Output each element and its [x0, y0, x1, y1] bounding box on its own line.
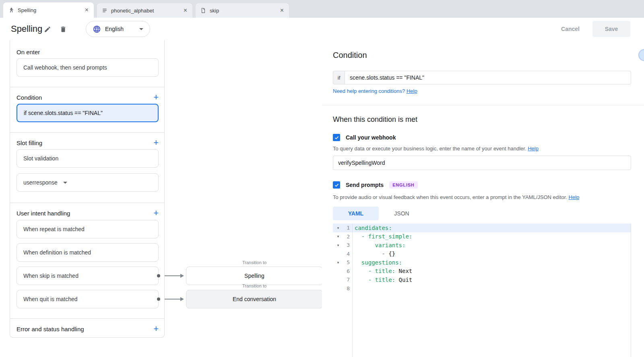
- webhook-name-input[interactable]: [333, 156, 631, 170]
- language-selector[interactable]: English: [86, 21, 150, 37]
- edit-button[interactable]: [43, 25, 52, 33]
- line-number: 1: [343, 225, 352, 231]
- code-text: - {}: [352, 250, 395, 257]
- checkbox-checked-icon[interactable]: [333, 181, 340, 189]
- prompts-checkbox-row: Send prompts ENGLISH: [333, 181, 418, 189]
- browser-tab-spelling[interactable]: Spelling ×: [3, 2, 94, 18]
- panel-divider: [322, 105, 644, 105]
- webhook-description-text: To query data or execute your business l…: [333, 146, 526, 152]
- condition-help-line: Need help entering conditions? Help: [333, 88, 417, 94]
- condition-detail-panel: Condition if Need help entering conditio…: [322, 40, 644, 357]
- section-title: On enter: [17, 49, 40, 55]
- person-icon: [8, 7, 14, 13]
- code-line[interactable]: ▾1candidates:: [333, 224, 631, 232]
- slot-userresponse-item[interactable]: userresponse: [17, 173, 159, 192]
- code-line[interactable]: ▾5 suggestions:: [333, 258, 631, 267]
- on-enter-handler[interactable]: Call webhook, then send prompts: [17, 58, 159, 77]
- intent-quit-item[interactable]: When quit is matched: [17, 290, 159, 308]
- section-divider: [10, 318, 164, 319]
- connector-dot: [157, 298, 160, 301]
- when-condition-met-title: When this condition is met: [333, 115, 417, 124]
- intent-skip-item[interactable]: When skip is matched: [17, 267, 159, 285]
- list-icon: [102, 8, 107, 13]
- prompts-description: To provide audio or visual feedback when…: [333, 194, 579, 200]
- add-intent-button[interactable]: +: [153, 209, 159, 217]
- intent-label: When quit is matched: [23, 296, 78, 302]
- condition-expression-input[interactable]: [345, 71, 631, 84]
- code-line[interactable]: 7 - title: Quit: [333, 275, 631, 284]
- delete-button[interactable]: [59, 25, 67, 33]
- condition-item-selected[interactable]: if scene.slots.status == "FINAL": [17, 104, 159, 122]
- section-user-intent: User intent handling +: [17, 209, 159, 217]
- tab-yaml[interactable]: YAML: [333, 207, 379, 220]
- transition-spelling[interactable]: Transition to Spelling: [186, 260, 323, 285]
- line-number: 2: [343, 234, 352, 240]
- webhook-description: To query data or execute your business l…: [333, 146, 539, 152]
- fold-arrow-icon[interactable]: ▾: [333, 226, 343, 230]
- add-condition-button[interactable]: +: [153, 93, 159, 102]
- handler-label: Call webhook, then send prompts: [23, 64, 107, 71]
- close-icon[interactable]: ×: [182, 7, 188, 14]
- code-text: - title: Quit: [352, 277, 412, 283]
- editor-format-tabs: YAML JSON: [333, 207, 425, 220]
- language-label: English: [105, 26, 135, 32]
- help-link[interactable]: Help: [407, 88, 417, 94]
- fold-arrow-icon[interactable]: ▾: [333, 243, 343, 247]
- line-number: 6: [343, 268, 352, 274]
- code-line[interactable]: 6 - title: Next: [333, 267, 631, 276]
- section-title: Condition: [17, 94, 42, 101]
- page-title: Spelling: [11, 18, 42, 40]
- globe-icon: [93, 25, 101, 33]
- add-error-handler-button[interactable]: +: [153, 324, 159, 333]
- code-text: - first_simple:: [352, 233, 412, 240]
- condition-label: if scene.slots.status == "FINAL": [24, 110, 103, 116]
- cancel-button[interactable]: Cancel: [555, 21, 585, 37]
- browser-tab-skip[interactable]: skip ×: [196, 3, 289, 18]
- intent-label: When skip is matched: [23, 273, 78, 279]
- slot-validation-item[interactable]: Slot validation: [17, 149, 159, 168]
- slot-label: Slot validation: [23, 155, 58, 162]
- section-error-handling: Error and status handling +: [17, 324, 159, 333]
- intent-repeat-item[interactable]: When repeat is matched: [17, 220, 159, 238]
- section-divider: [10, 87, 164, 87]
- checkbox-checked-icon[interactable]: [333, 134, 340, 141]
- help-link[interactable]: Help: [528, 146, 539, 152]
- pencil-icon: [44, 26, 51, 33]
- chevron-down-icon: [139, 28, 143, 30]
- fold-arrow-icon[interactable]: ▾: [333, 234, 343, 238]
- save-button[interactable]: Save: [592, 21, 630, 37]
- code-text: suggestions:: [352, 259, 402, 266]
- help-link[interactable]: Help: [569, 194, 580, 200]
- code-line[interactable]: ▾2 - first_simple:: [333, 232, 631, 241]
- line-number: 7: [343, 277, 352, 283]
- arrow-right-icon: [180, 297, 184, 301]
- code-line[interactable]: 8: [333, 284, 631, 293]
- intent-label: When repeat is matched: [23, 226, 85, 232]
- help-bubble-icon[interactable]: [638, 49, 644, 61]
- code-line[interactable]: ▾3 variants:: [333, 241, 631, 250]
- panel-title: Condition: [333, 51, 367, 60]
- connector-dot: [157, 274, 160, 277]
- browser-tab-phonetic-alphabet[interactable]: phonetic_alphabet ×: [97, 3, 192, 18]
- fold-arrow-icon[interactable]: ▾: [333, 261, 343, 265]
- yaml-editor[interactable]: ▾1candidates:▾2 - first_simple:▾3 varian…: [333, 224, 631, 357]
- code-line[interactable]: 4 - {}: [333, 250, 631, 259]
- actions-console-app: Spelling × phonetic_alphabet × skip × Sp…: [0, 0, 644, 357]
- intent-definition-item[interactable]: When definition is matched: [17, 243, 159, 262]
- transition-target[interactable]: Spelling: [186, 267, 323, 285]
- close-icon[interactable]: ×: [84, 7, 90, 13]
- section-slot-filling: Slot filling +: [17, 138, 159, 147]
- arrow-right-icon: [180, 274, 184, 278]
- intent-label: When definition is matched: [23, 249, 91, 256]
- prompts-label: Send prompts: [346, 182, 384, 188]
- code-text: variants:: [352, 242, 405, 248]
- add-slot-button[interactable]: +: [153, 138, 159, 147]
- transition-end-conversation[interactable]: Transition to End conversation: [186, 283, 323, 308]
- close-icon[interactable]: ×: [279, 7, 285, 14]
- transition-target[interactable]: End conversation: [186, 290, 323, 308]
- line-number: 3: [343, 242, 352, 248]
- prompts-description-text: To provide audio or visual feedback when…: [333, 194, 567, 200]
- language-badge: ENGLISH: [389, 181, 418, 189]
- tab-json[interactable]: JSON: [379, 207, 425, 220]
- section-title: Error and status handling: [17, 326, 84, 332]
